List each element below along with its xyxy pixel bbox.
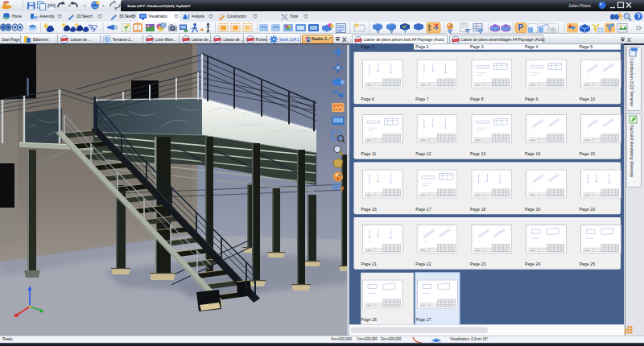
svg-text:Page 22: Page 22	[415, 262, 431, 266]
svg-text:Page 27: Page 27	[415, 317, 431, 322]
svg-text:P: P	[518, 23, 524, 32]
svg-text:Page 23: Page 23	[470, 262, 485, 266]
svg-text:Page 21: Page 21	[361, 262, 377, 266]
svg-text:Page 25: Page 25	[580, 262, 595, 266]
svg-text:Page 18: Page 18	[470, 207, 485, 212]
svg-text:Page 3: Page 3	[470, 44, 484, 49]
svg-text:Page 14: Page 14	[525, 151, 540, 156]
svg-text:?: ?	[340, 185, 345, 193]
svg-text:Page 20: Page 20	[580, 207, 595, 212]
svg-text:Page 10: Page 10	[580, 97, 595, 101]
svg-text:Page 8: Page 8	[470, 97, 484, 101]
svg-text:Page 24: Page 24	[525, 262, 540, 266]
svg-text:Page 5: Page 5	[580, 44, 593, 49]
svg-text:Page 11: Page 11	[361, 151, 377, 156]
svg-text:Page 15: Page 15	[580, 151, 595, 156]
svg-text:Page 12: Page 12	[415, 151, 431, 156]
svg-text:Page 4: Page 4	[525, 44, 539, 49]
svg-text:Page 13: Page 13	[470, 151, 485, 156]
svg-text:Page 9: Page 9	[525, 97, 539, 101]
svg-text:Page 26: Page 26	[361, 317, 377, 322]
svg-text:Page 17: Page 17	[415, 207, 431, 212]
svg-text:Page 16: Page 16	[361, 207, 377, 212]
svg-text:Page 1: Page 1	[361, 44, 375, 49]
svg-text:Page 19: Page 19	[525, 207, 540, 212]
svg-text:Page 7: Page 7	[415, 97, 429, 101]
svg-text:Page 2: Page 2	[415, 44, 429, 49]
svg-text:Page 6: Page 6	[361, 97, 375, 101]
